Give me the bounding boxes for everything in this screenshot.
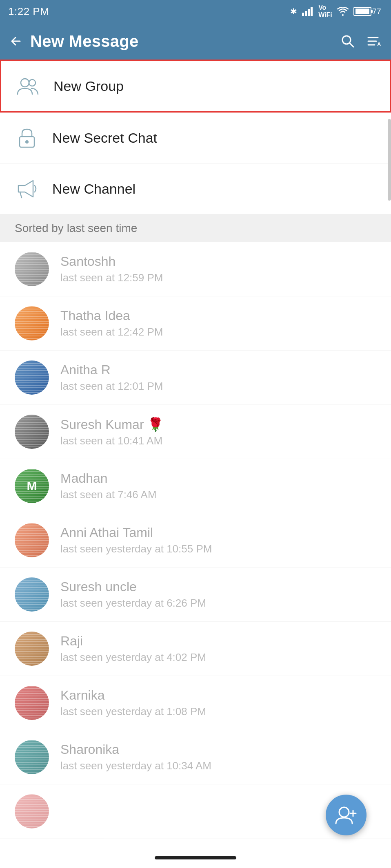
header-actions: A <box>340 34 381 49</box>
contact-info: Karnika last seen yesterday at 1:08 PM <box>60 688 376 718</box>
contact-item-anni[interactable]: Anni Athai Tamil last seen yesterday at … <box>0 513 391 568</box>
contact-item-suresh-uncle[interactable]: Suresh uncle last seen yesterday at 6:26… <box>0 568 391 622</box>
contact-info: Suresh uncle last seen yesterday at 6:26… <box>60 579 376 610</box>
contact-item-sharonika[interactable]: Sharonika last seen yesterday at 10:34 A… <box>0 730 391 784</box>
person-add-icon <box>335 804 357 826</box>
group-icon <box>16 74 40 98</box>
contact-status: last seen at 7:46 AM <box>60 488 376 501</box>
scrollbar[interactable] <box>388 119 391 201</box>
svg-point-14 <box>339 807 349 817</box>
avatar <box>15 632 49 666</box>
contact-name: Madhan <box>60 471 376 486</box>
contact-info: Raji last seen yesterday at 4:02 PM <box>60 634 376 664</box>
contact-status: last seen yesterday at 4:02 PM <box>60 651 376 664</box>
sort-button[interactable]: A <box>367 34 381 49</box>
add-contact-fab[interactable] <box>326 795 367 835</box>
avatar <box>15 252 49 286</box>
contact-name: Suresh Kumar 🌹 <box>60 417 376 432</box>
contact-status: last seen yesterday at 1:08 PM <box>60 705 376 718</box>
status-time: 1:22 PM <box>8 5 49 18</box>
back-button[interactable] <box>10 35 22 47</box>
svg-rect-0 <box>302 13 304 16</box>
contact-status: last seen yesterday at 10:34 AM <box>60 760 376 772</box>
bottom-nav-bar <box>0 848 391 868</box>
contact-item-suresh-kumar[interactable]: Suresh Kumar 🌹 last seen at 10:41 AM <box>0 405 391 459</box>
contact-item-karnika[interactable]: Karnika last seen yesterday at 1:08 PM <box>0 676 391 730</box>
avatar <box>15 577 49 612</box>
avatar <box>15 686 49 720</box>
megaphone-icon <box>15 177 39 201</box>
avatar <box>15 523 49 557</box>
contact-status: last seen yesterday at 10:55 PM <box>60 543 376 555</box>
avatar <box>15 740 49 774</box>
avatar: M <box>15 469 49 503</box>
home-indicator[interactable] <box>155 856 236 859</box>
contact-name: Santoshh <box>60 254 376 269</box>
menu-section: New Group New Secret Chat New Channel <box>0 60 391 214</box>
contact-name: Raji <box>60 634 376 649</box>
contact-info: Anitha R last seen at 12:01 PM <box>60 362 376 393</box>
contact-item-thatha[interactable]: Thatha Idea last seen at 12:42 PM <box>0 296 391 351</box>
new-group-item[interactable]: New Group <box>0 60 391 113</box>
new-secret-chat-item[interactable]: New Secret Chat <box>0 113 391 163</box>
avatar <box>15 794 49 828</box>
page-title: New Message <box>30 32 332 51</box>
status-icons: ✱ VoWiFi 77 <box>290 4 381 19</box>
contact-info: Anni Athai Tamil last seen yesterday at … <box>60 525 376 555</box>
svg-rect-1 <box>305 11 307 16</box>
contact-info: Suresh Kumar 🌹 last seen at 10:41 AM <box>60 417 376 447</box>
contact-status: last seen yesterday at 6:26 PM <box>60 597 376 610</box>
vowifi-icon: VoWiFi <box>318 4 332 19</box>
contact-info: Madhan last seen at 7:46 AM <box>60 471 376 501</box>
battery-icon: 77 <box>353 7 381 16</box>
bluetooth-icon: ✱ <box>290 7 297 16</box>
svg-point-10 <box>21 79 29 87</box>
lock-icon <box>15 126 39 150</box>
contact-info: Santoshh last seen at 12:59 PM <box>60 254 376 284</box>
svg-point-13 <box>25 140 29 144</box>
contact-name: Anni Athai Tamil <box>60 525 376 540</box>
wifi-icon <box>337 7 349 16</box>
contact-status: last seen at 12:59 PM <box>60 272 376 284</box>
contact-item-santoshh[interactable]: Santoshh last seen at 12:59 PM <box>0 242 391 296</box>
contact-list: Santoshh last seen at 12:59 PM Thatha Id… <box>0 242 391 839</box>
contact-info: Thatha Idea last seen at 12:42 PM <box>60 308 376 338</box>
new-channel-item[interactable]: New Channel <box>0 163 391 214</box>
contact-status: last seen at 12:01 PM <box>60 380 376 393</box>
search-button[interactable] <box>340 34 355 49</box>
new-secret-chat-label: New Secret Chat <box>52 130 157 146</box>
avatar <box>15 360 49 395</box>
svg-rect-3 <box>311 7 313 16</box>
contact-name: Anitha R <box>60 362 376 378</box>
svg-text:A: A <box>377 41 381 47</box>
contact-status: last seen at 12:42 PM <box>60 326 376 338</box>
header: New Message A <box>0 23 391 60</box>
contact-name: Suresh uncle <box>60 579 376 594</box>
contact-name: Karnika <box>60 688 376 703</box>
section-header: Sorted by last seen time <box>0 214 391 242</box>
contact-status: last seen at 10:41 AM <box>60 435 376 447</box>
avatar <box>15 415 49 449</box>
signal-icon <box>302 7 313 16</box>
new-channel-label: New Channel <box>52 181 136 197</box>
contact-item-madhan[interactable]: M Madhan last seen at 7:46 AM <box>0 459 391 513</box>
contact-name: Thatha Idea <box>60 308 376 323</box>
contact-item-anitha[interactable]: Anitha R last seen at 12:01 PM <box>0 351 391 405</box>
svg-line-5 <box>349 43 353 47</box>
contact-item-raji[interactable]: Raji last seen yesterday at 4:02 PM <box>0 622 391 676</box>
svg-point-11 <box>29 80 36 86</box>
svg-rect-2 <box>308 9 310 16</box>
new-group-label: New Group <box>53 78 124 94</box>
contact-info: Sharonika last seen yesterday at 10:34 A… <box>60 742 376 772</box>
avatar <box>15 306 49 340</box>
status-bar: 1:22 PM ✱ VoWiFi <box>0 0 391 23</box>
contact-name: Sharonika <box>60 742 376 757</box>
